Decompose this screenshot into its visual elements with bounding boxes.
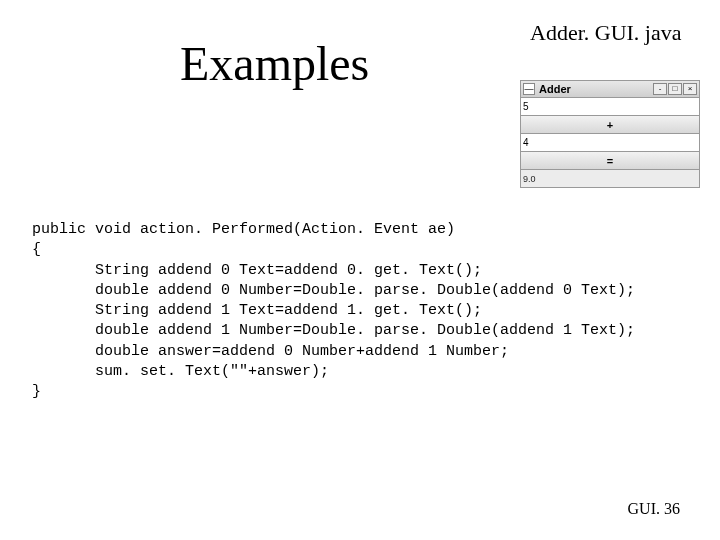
- window-titlebar: — Adder - □ ×: [520, 80, 700, 98]
- addend1-field[interactable]: 4: [520, 134, 700, 152]
- system-menu-icon[interactable]: —: [523, 83, 535, 95]
- addend0-field[interactable]: 5: [520, 98, 700, 116]
- maximize-button[interactable]: □: [668, 83, 682, 95]
- code-line: double addend 1 Number=Double. parse. Do…: [32, 322, 635, 339]
- code-line: }: [32, 383, 41, 400]
- slide-title: Examples: [180, 36, 369, 91]
- code-line: {: [32, 241, 41, 258]
- code-line: double addend 0 Number=Double. parse. Do…: [32, 282, 635, 299]
- code-block: public void action. Performed(Action. Ev…: [32, 220, 692, 402]
- code-line: sum. set. Text(""+answer);: [32, 363, 329, 380]
- plus-button[interactable]: +: [520, 116, 700, 134]
- close-button[interactable]: ×: [683, 83, 697, 95]
- code-line: public void action. Performed(Action. Ev…: [32, 221, 455, 238]
- code-line: double answer=addend 0 Number+addend 1 N…: [32, 343, 509, 360]
- slide: Adder. GUI. java Examples — Adder - □ × …: [0, 0, 720, 540]
- code-line: String addend 1 Text=addend 1. get. Text…: [32, 302, 482, 319]
- code-line: String addend 0 Text=addend 0. get. Text…: [32, 262, 482, 279]
- sum-field: 9.0: [520, 170, 700, 188]
- adder-window: — Adder - □ × 5 + 4 = 9.0: [520, 80, 700, 188]
- minimize-button[interactable]: -: [653, 83, 667, 95]
- equals-button[interactable]: =: [520, 152, 700, 170]
- window-title: Adder: [539, 83, 652, 95]
- slide-number: GUI. 36: [628, 500, 680, 518]
- source-filename: Adder. GUI. java: [530, 20, 682, 46]
